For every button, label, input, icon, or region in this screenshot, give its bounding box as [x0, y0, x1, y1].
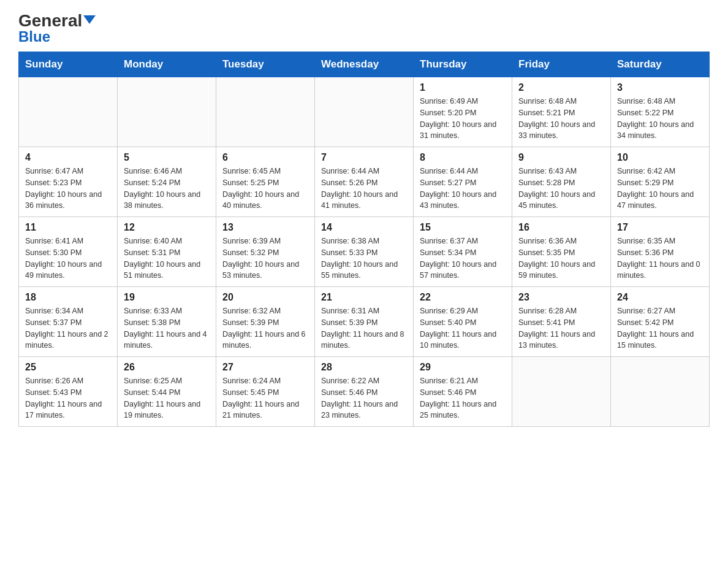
day-info: Sunrise: 6:31 AM Sunset: 5:39 PM Dayligh…: [321, 305, 407, 351]
day-info: Sunrise: 6:28 AM Sunset: 5:41 PM Dayligh…: [518, 305, 604, 351]
day-info: Sunrise: 6:49 AM Sunset: 5:20 PM Dayligh…: [420, 96, 506, 142]
calendar-cell: [315, 77, 414, 147]
calendar-cell: 11Sunrise: 6:41 AM Sunset: 5:30 PM Dayli…: [19, 217, 118, 287]
day-number: 28: [321, 362, 407, 373]
day-number: 2: [518, 82, 604, 93]
calendar-cell: 16Sunrise: 6:36 AM Sunset: 5:35 PM Dayli…: [512, 217, 611, 287]
calendar-cell: [611, 357, 710, 427]
day-info: Sunrise: 6:44 AM Sunset: 5:26 PM Dayligh…: [321, 166, 407, 212]
week-row-0: 1Sunrise: 6:49 AM Sunset: 5:20 PM Daylig…: [19, 77, 710, 147]
day-number: 25: [25, 362, 111, 373]
day-number: 12: [124, 222, 210, 233]
calendar-cell: 19Sunrise: 6:33 AM Sunset: 5:38 PM Dayli…: [118, 287, 216, 357]
calendar-cell: 9Sunrise: 6:43 AM Sunset: 5:28 PM Daylig…: [512, 147, 611, 217]
day-info: Sunrise: 6:38 AM Sunset: 5:33 PM Dayligh…: [321, 236, 407, 282]
day-info: Sunrise: 6:45 AM Sunset: 5:25 PM Dayligh…: [222, 166, 308, 212]
day-info: Sunrise: 6:24 AM Sunset: 5:45 PM Dayligh…: [222, 375, 308, 421]
calendar-cell: 25Sunrise: 6:26 AM Sunset: 5:43 PM Dayli…: [19, 357, 118, 427]
header-tuesday: Tuesday: [216, 52, 315, 77]
day-info: Sunrise: 6:27 AM Sunset: 5:42 PM Dayligh…: [617, 305, 703, 351]
calendar-cell: 5Sunrise: 6:46 AM Sunset: 5:24 PM Daylig…: [118, 147, 216, 217]
day-number: 8: [420, 152, 506, 163]
calendar-cell: 7Sunrise: 6:44 AM Sunset: 5:26 PM Daylig…: [315, 147, 414, 217]
calendar-cell: 21Sunrise: 6:31 AM Sunset: 5:39 PM Dayli…: [315, 287, 414, 357]
day-number: 16: [518, 222, 604, 233]
week-row-2: 11Sunrise: 6:41 AM Sunset: 5:30 PM Dayli…: [19, 217, 710, 287]
day-info: Sunrise: 6:33 AM Sunset: 5:38 PM Dayligh…: [124, 305, 210, 351]
logo-triangle-icon: [83, 15, 96, 24]
header-sunday: Sunday: [19, 52, 118, 77]
day-number: 9: [518, 152, 604, 163]
calendar-cell: [19, 77, 118, 147]
day-info: Sunrise: 6:39 AM Sunset: 5:32 PM Dayligh…: [222, 236, 308, 282]
logo-general: General: [18, 12, 96, 29]
calendar-cell: 18Sunrise: 6:34 AM Sunset: 5:37 PM Dayli…: [19, 287, 118, 357]
day-number: 17: [617, 222, 703, 233]
calendar-cell: [216, 77, 315, 147]
day-info: Sunrise: 6:46 AM Sunset: 5:24 PM Dayligh…: [124, 166, 210, 212]
day-number: 29: [420, 362, 506, 373]
calendar-header-row: SundayMondayTuesdayWednesdayThursdayFrid…: [19, 52, 710, 77]
day-info: Sunrise: 6:26 AM Sunset: 5:43 PM Dayligh…: [25, 375, 111, 421]
day-info: Sunrise: 6:47 AM Sunset: 5:23 PM Dayligh…: [25, 166, 111, 212]
day-number: 24: [617, 292, 703, 303]
day-number: 10: [617, 152, 703, 163]
calendar-table: SundayMondayTuesdayWednesdayThursdayFrid…: [18, 52, 710, 427]
day-number: 20: [222, 292, 308, 303]
calendar-cell: 15Sunrise: 6:37 AM Sunset: 5:34 PM Dayli…: [414, 217, 512, 287]
day-info: Sunrise: 6:40 AM Sunset: 5:31 PM Dayligh…: [124, 236, 210, 282]
week-row-4: 25Sunrise: 6:26 AM Sunset: 5:43 PM Dayli…: [19, 357, 710, 427]
day-info: Sunrise: 6:35 AM Sunset: 5:36 PM Dayligh…: [617, 236, 703, 282]
calendar-cell: 17Sunrise: 6:35 AM Sunset: 5:36 PM Dayli…: [611, 217, 710, 287]
header-friday: Friday: [512, 52, 611, 77]
calendar-cell: 13Sunrise: 6:39 AM Sunset: 5:32 PM Dayli…: [216, 217, 315, 287]
calendar-cell: 20Sunrise: 6:32 AM Sunset: 5:39 PM Dayli…: [216, 287, 315, 357]
day-info: Sunrise: 6:32 AM Sunset: 5:39 PM Dayligh…: [222, 305, 308, 351]
day-number: 27: [222, 362, 308, 373]
day-info: Sunrise: 6:48 AM Sunset: 5:22 PM Dayligh…: [617, 96, 703, 142]
calendar-cell: 3Sunrise: 6:48 AM Sunset: 5:22 PM Daylig…: [611, 77, 710, 147]
day-number: 11: [25, 222, 111, 233]
calendar-cell: 23Sunrise: 6:28 AM Sunset: 5:41 PM Dayli…: [512, 287, 611, 357]
header-wednesday: Wednesday: [315, 52, 414, 77]
header-saturday: Saturday: [611, 52, 710, 77]
day-number: 23: [518, 292, 604, 303]
day-info: Sunrise: 6:22 AM Sunset: 5:46 PM Dayligh…: [321, 375, 407, 421]
day-info: Sunrise: 6:48 AM Sunset: 5:21 PM Dayligh…: [518, 96, 604, 142]
calendar-cell: 2Sunrise: 6:48 AM Sunset: 5:21 PM Daylig…: [512, 77, 611, 147]
day-number: 5: [124, 152, 210, 163]
calendar-cell: 22Sunrise: 6:29 AM Sunset: 5:40 PM Dayli…: [414, 287, 512, 357]
day-info: Sunrise: 6:34 AM Sunset: 5:37 PM Dayligh…: [25, 305, 111, 351]
day-number: 3: [617, 82, 703, 93]
day-info: Sunrise: 6:25 AM Sunset: 5:44 PM Dayligh…: [124, 375, 210, 421]
day-info: Sunrise: 6:44 AM Sunset: 5:27 PM Dayligh…: [420, 166, 506, 212]
logo-blue: Blue: [18, 28, 50, 45]
calendar-cell: 8Sunrise: 6:44 AM Sunset: 5:27 PM Daylig…: [414, 147, 512, 217]
day-info: Sunrise: 6:37 AM Sunset: 5:34 PM Dayligh…: [420, 236, 506, 282]
calendar-cell: 27Sunrise: 6:24 AM Sunset: 5:45 PM Dayli…: [216, 357, 315, 427]
calendar-cell: [512, 357, 611, 427]
day-number: 18: [25, 292, 111, 303]
day-info: Sunrise: 6:42 AM Sunset: 5:29 PM Dayligh…: [617, 166, 703, 212]
calendar-cell: 12Sunrise: 6:40 AM Sunset: 5:31 PM Dayli…: [118, 217, 216, 287]
day-info: Sunrise: 6:21 AM Sunset: 5:46 PM Dayligh…: [420, 375, 506, 421]
day-number: 4: [25, 152, 111, 163]
day-number: 22: [420, 292, 506, 303]
week-row-1: 4Sunrise: 6:47 AM Sunset: 5:23 PM Daylig…: [19, 147, 710, 217]
day-number: 14: [321, 222, 407, 233]
calendar-cell: 6Sunrise: 6:45 AM Sunset: 5:25 PM Daylig…: [216, 147, 315, 217]
day-info: Sunrise: 6:29 AM Sunset: 5:40 PM Dayligh…: [420, 305, 506, 351]
header-monday: Monday: [118, 52, 216, 77]
day-number: 13: [222, 222, 308, 233]
calendar-cell: 14Sunrise: 6:38 AM Sunset: 5:33 PM Dayli…: [315, 217, 414, 287]
logo: General Blue: [18, 12, 96, 45]
day-number: 26: [124, 362, 210, 373]
day-info: Sunrise: 6:36 AM Sunset: 5:35 PM Dayligh…: [518, 236, 604, 282]
calendar-cell: [118, 77, 216, 147]
day-number: 19: [124, 292, 210, 303]
calendar-cell: 28Sunrise: 6:22 AM Sunset: 5:46 PM Dayli…: [315, 357, 414, 427]
day-number: 21: [321, 292, 407, 303]
day-number: 1: [420, 82, 506, 93]
calendar-cell: 4Sunrise: 6:47 AM Sunset: 5:23 PM Daylig…: [19, 147, 118, 217]
calendar-cell: 29Sunrise: 6:21 AM Sunset: 5:46 PM Dayli…: [414, 357, 512, 427]
